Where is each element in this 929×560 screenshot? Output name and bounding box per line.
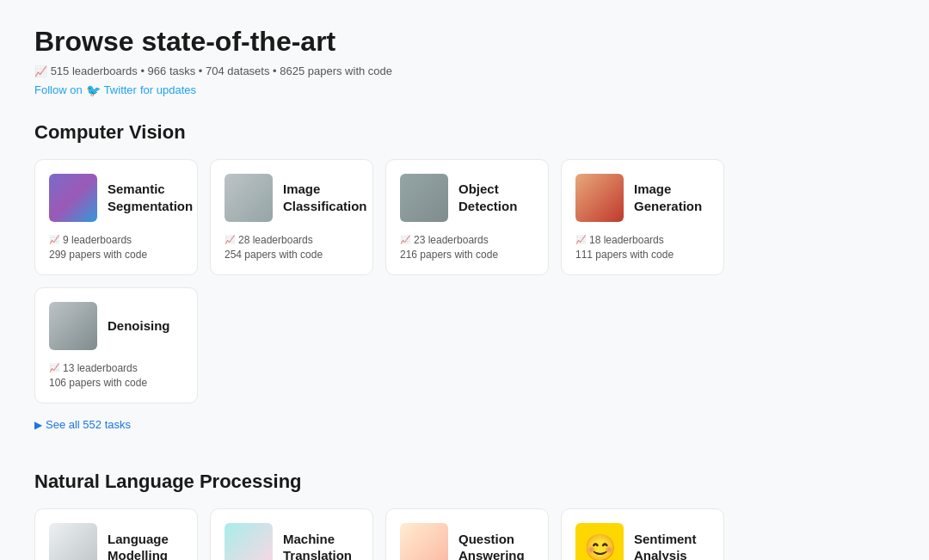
chart-icon-stats: 📈: [34, 65, 47, 77]
chart-mini-icon: 📈: [400, 235, 410, 244]
see-all-link-computer-vision[interactable]: ▶ See all 552 tasks: [34, 418, 131, 431]
section-computer-vision: Computer VisionSemantic Segmentation📈 9 …: [34, 121, 895, 463]
card-semantic-segmentation[interactable]: Semantic Segmentation📈 9 leaderboards299…: [34, 159, 198, 275]
card-image-generation[interactable]: Image Generation📈 18 leaderboards111 pap…: [561, 159, 724, 275]
card-thumbnail-machine-translation: [225, 523, 273, 560]
card-leaderboards-denoising: 📈 13 leaderboards: [49, 362, 183, 374]
card-object-detection[interactable]: Object Detection📈 23 leaderboards216 pap…: [385, 159, 549, 275]
card-thumbnail-image-classification: [225, 174, 273, 222]
cards-grid-computer-vision: Semantic Segmentation📈 9 leaderboards299…: [34, 159, 895, 403]
section-nlp: Natural Language ProcessingLanguage Mode…: [34, 471, 895, 560]
card-papers-denoising: 106 papers with code: [49, 377, 183, 389]
card-thumbnail-language-modelling: [49, 523, 97, 560]
stats-line: 📈 515 leaderboards • 966 tasks • 704 dat…: [34, 65, 895, 77]
card-leaderboards-object-detection: 📈 23 leaderboards: [400, 234, 534, 246]
card-label-language-modelling: Language Modelling: [108, 531, 183, 561]
card-image-classification[interactable]: Image Classification📈 28 leaderboards254…: [210, 159, 373, 275]
card-header-image-classification: Image Classification: [225, 174, 359, 222]
card-thumbnail-object-detection: [400, 174, 448, 222]
card-papers-image-classification: 254 papers with code: [225, 249, 359, 261]
twitter-suffix: for updates: [140, 83, 196, 96]
section-title-computer-vision: Computer Vision: [34, 121, 895, 144]
page-title: Browse state-of-the-art: [34, 26, 895, 58]
card-leaderboards-semantic-segmentation: 📈 9 leaderboards: [49, 234, 183, 246]
section-title-nlp: Natural Language Processing: [34, 471, 895, 493]
card-label-image-classification: Image Classification: [283, 181, 367, 214]
twitter-middle: Twitter: [104, 83, 137, 96]
card-label-question-answering: Question Answering: [458, 531, 534, 561]
card-thumbnail-denoising: [49, 302, 97, 350]
chevron-right-icon: ▶: [34, 419, 42, 431]
sections-container: Computer VisionSemantic Segmentation📈 9 …: [34, 121, 895, 561]
card-label-machine-translation: Machine Translation: [283, 531, 359, 561]
card-stats-object-detection: 📈 23 leaderboards216 papers with code: [400, 234, 534, 261]
card-thumbnail-image-generation: [575, 174, 624, 222]
card-leaderboards-image-generation: 📈 18 leaderboards: [575, 234, 710, 246]
card-denoising[interactable]: Denoising📈 13 leaderboards106 papers wit…: [34, 287, 198, 403]
twitter-prefix: Follow on: [34, 83, 83, 96]
card-header-language-modelling: Language Modelling: [49, 523, 183, 560]
twitter-link[interactable]: Follow on 🐦 Twitter for updates: [34, 83, 196, 97]
stats-text: 515 leaderboards • 966 tasks • 704 datas…: [51, 65, 392, 77]
chart-mini-icon: 📈: [575, 235, 586, 244]
card-thumbnail-sentiment-analysis: 😊: [575, 523, 624, 560]
twitter-bird-icon: 🐦: [86, 83, 101, 97]
card-thumbnail-semantic-segmentation: [49, 174, 97, 222]
card-header-denoising: Denoising: [49, 302, 183, 350]
card-question-answering[interactable]: Question Answering📈 27 leaderboards219 p…: [385, 508, 549, 560]
card-label-semantic-segmentation: Semantic Segmentation: [108, 181, 193, 214]
card-stats-image-classification: 📈 28 leaderboards254 papers with code: [225, 234, 359, 261]
card-header-sentiment-analysis: 😊Sentiment Analysis: [575, 523, 710, 560]
card-label-sentiment-analysis: Sentiment Analysis: [634, 531, 710, 561]
card-language-modelling[interactable]: Language Modelling📈 8 leaderboards221 pa…: [34, 508, 198, 560]
card-papers-object-detection: 216 papers with code: [400, 249, 534, 261]
card-thumbnail-question-answering: [400, 523, 448, 560]
chart-mini-icon: 📈: [225, 235, 235, 244]
card-papers-image-generation: 111 papers with code: [575, 249, 710, 261]
card-label-denoising: Denoising: [108, 317, 170, 335]
card-header-semantic-segmentation: Semantic Segmentation: [49, 174, 183, 222]
card-sentiment-analysis[interactable]: 😊Sentiment Analysis📈 9 leaderboards165 p…: [561, 508, 724, 560]
chart-mini-icon: 📈: [49, 235, 59, 244]
card-header-object-detection: Object Detection: [400, 174, 534, 222]
card-header-image-generation: Image Generation: [575, 174, 710, 222]
card-header-machine-translation: Machine Translation: [225, 523, 359, 560]
card-label-object-detection: Object Detection: [458, 181, 534, 214]
card-machine-translation[interactable]: Machine Translation📈 17 leaderboards221 …: [210, 508, 373, 560]
card-leaderboards-image-classification: 📈 28 leaderboards: [225, 234, 359, 246]
chart-mini-icon: 📈: [49, 363, 59, 372]
card-papers-semantic-segmentation: 299 papers with code: [49, 249, 183, 261]
card-stats-denoising: 📈 13 leaderboards106 papers with code: [49, 362, 183, 389]
card-label-image-generation: Image Generation: [634, 181, 710, 214]
card-stats-image-generation: 📈 18 leaderboards111 papers with code: [575, 234, 710, 261]
card-header-question-answering: Question Answering: [400, 523, 534, 560]
card-stats-semantic-segmentation: 📈 9 leaderboards299 papers with code: [49, 234, 183, 261]
cards-grid-nlp: Language Modelling📈 8 leaderboards221 pa…: [34, 508, 895, 560]
